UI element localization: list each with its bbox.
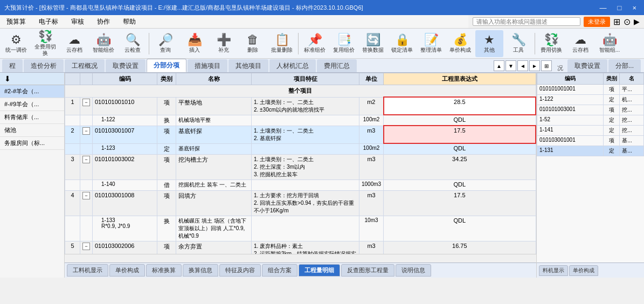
sidebar-item-5[interactable]: 务服房间（标... [0,137,64,150]
nav-down-btn[interactable]: ▼ [505,60,516,71]
row-expand[interactable]: － [80,190,93,216]
row-type: 换 [157,115,176,126]
tool-full-fee-switch[interactable]: 💱 全费用切换 [31,30,59,57]
nav-left-btn[interactable]: ◄ [517,60,528,71]
right-bottom-tab-gongliaoji[interactable]: 料机显示 [539,265,568,276]
menu-yusuan[interactable]: 预算算 [4,16,28,27]
maximize-btn[interactable]: □ [614,3,625,13]
bottom-tab-fancha[interactable]: 反查图形工程量 [341,264,394,277]
tool-delete[interactable]: 🗑 删除 [239,30,267,57]
horizontal-scrollbar[interactable] [65,254,536,262]
sidebar-item-4[interactable]: 储池 [0,124,64,137]
row-expr[interactable]: 17.5 [384,190,536,216]
tool-query[interactable]: 🔎 查询 [151,30,179,57]
tool-smart-group2[interactable]: 🤖 智能组... [595,30,624,57]
tool-unified-adjust[interactable]: ⚙ 统一调价 [2,30,30,57]
expand-icon[interactable]: － [82,192,90,199]
standard-icon: 📌 [308,34,322,46]
tool-fee-switch2[interactable]: 💱 费用切换 [537,30,565,57]
bottom-tab-gongliaoji[interactable]: 工料机显示 [67,264,108,277]
window-controls[interactable]: — □ × [597,3,640,13]
tool-tools[interactable]: 🔧 工具 [504,30,532,57]
sidebar-item-1[interactable]: #2-#羊会（... [0,85,64,98]
tool-other[interactable]: ★ 其他 [475,30,503,57]
menu-xiezuo[interactable]: 协作 [95,16,112,27]
tool-standard-group[interactable]: 📌 标准组价 [301,30,329,57]
expand-icon[interactable]: － [82,156,90,163]
tool-replace-data[interactable]: 🔄 替换数据 [359,30,387,57]
tool-lock-list[interactable]: 🔒 锁定清单 [388,30,416,57]
menu-bangzhu[interactable]: 帮助 [121,16,138,27]
row-expr[interactable]: QDL [384,143,536,154]
row-expr[interactable]: QDL [384,216,536,241]
tab-feiyong[interactable]: 费用汇总 [317,59,357,72]
right-table-row: 1-141 定 挖... [537,126,644,136]
right-tab-qufei[interactable]: 取费设置 [567,59,607,72]
replace-icon: 🔄 [366,34,380,46]
row-expr[interactable]: 28.5 [384,97,536,115]
row-expr[interactable]: QDL [384,115,536,126]
row-num [65,179,80,190]
row-expr[interactable]: 16.75 [384,241,536,254]
bottom-tab-zuhe[interactable]: 组合方案 [262,264,297,277]
tab-qufei[interactable]: 取费设置 [106,59,146,72]
close-btn[interactable]: × [629,3,640,13]
menu-shenhe[interactable]: 审核 [69,16,86,27]
right-row-type: 项 [604,105,620,115]
row-type: 项 [157,241,176,254]
tab-zaojia[interactable]: 造价分析 [24,59,64,72]
bottom-tab-danjia[interactable]: 单价构成 [109,264,145,277]
row-type: 项 [157,97,176,115]
price-icon: 💰 [453,34,468,46]
tool-cloud-check[interactable]: 🔍 云检查 [119,30,147,57]
login-button[interactable]: 未登录 [584,17,610,27]
tool-batch-delete[interactable]: 📋 批量删除 [268,30,296,57]
right-table-row: 010101003001 项 挖... [537,105,644,115]
row-expand[interactable]: － [80,154,93,179]
settings-icon[interactable]: ⊙ [624,17,631,27]
nav-right-btn[interactable]: ► [529,60,540,71]
bottom-tab-gongchengliang[interactable]: 工程量明细 [299,264,340,277]
bottom-tab-tezheng[interactable]: 特征及内容 [219,264,261,277]
tab-qita[interactable]: 其他项目 [228,59,268,72]
expand-icon[interactable]: － [82,243,90,250]
tab-fenbufenxiang[interactable]: 分部分项 [147,59,186,72]
tool-supplement[interactable]: ➕ 补充 [210,30,238,57]
minimize-btn[interactable]: — [597,3,610,13]
menu-dianzibiao[interactable]: 电子标 [37,16,60,27]
right-row-type: 定 [604,146,620,156]
tool-cloud-archive2[interactable]: ☁ 云存档 [566,30,594,57]
row-expand[interactable]: － [80,97,93,115]
row-expr[interactable]: 34.25 [384,154,536,179]
row-expr[interactable]: QDL [384,179,536,190]
tab-cuoshi[interactable]: 措施项目 [188,59,227,72]
expand-icon[interactable]: － [82,127,90,135]
download-icon: ⬇ [4,74,11,83]
bottom-tab-shuoming[interactable]: 说明信息 [396,264,431,277]
right-bottom-tab-danjia[interactable]: 单价构成 [569,265,598,276]
nav-up-btn[interactable]: ▲ [494,60,504,71]
tool-organize-list[interactable]: 📝 整理清单 [417,30,445,57]
bottom-tab-biaozhun[interactable]: 标准换算 [146,264,182,277]
tool-insert[interactable]: 📥 插入 [181,30,209,57]
tab-gongcheng[interactable]: 工程概况 [65,59,105,72]
tool-cloud-archive[interactable]: ☁ 云存档 [60,30,88,57]
row-expr[interactable]: 17.5 [384,126,536,143]
expand-icon[interactable]: － [82,99,90,106]
sidebar-item-2[interactable]: #-#9羊会（... [0,98,64,111]
row-expand[interactable]: － [80,126,93,143]
tab-cheng[interactable]: 程 [2,59,23,72]
sidebar-item-3[interactable]: 料青储库（... [0,111,64,124]
arrow-right-icon[interactable]: ▶ [634,17,640,26]
right-tab-fenbu[interactable]: 分部... [608,59,641,72]
tool-reuse-group[interactable]: 📑 复用组价 [330,30,358,57]
tab-rencaiji[interactable]: 人材机汇总 [269,59,316,72]
layout-icon[interactable]: ⊞ [613,17,620,27]
tool-unit-price[interactable]: 💰 单价构成 [446,30,474,57]
search-input[interactable] [473,17,580,26]
bottom-tab-huansuan[interactable]: 换算信息 [183,264,218,277]
title-bar: 大预算计价 - [投标管理 - 商都县屯垦队镇种羊场建设项目 - E:/张建..… [0,0,644,15]
row-expand[interactable]: － [80,241,93,254]
nav-grid-btn[interactable]: ⊞ [541,60,552,71]
tool-smart-group[interactable]: 🤖 智能组价 [89,30,117,57]
